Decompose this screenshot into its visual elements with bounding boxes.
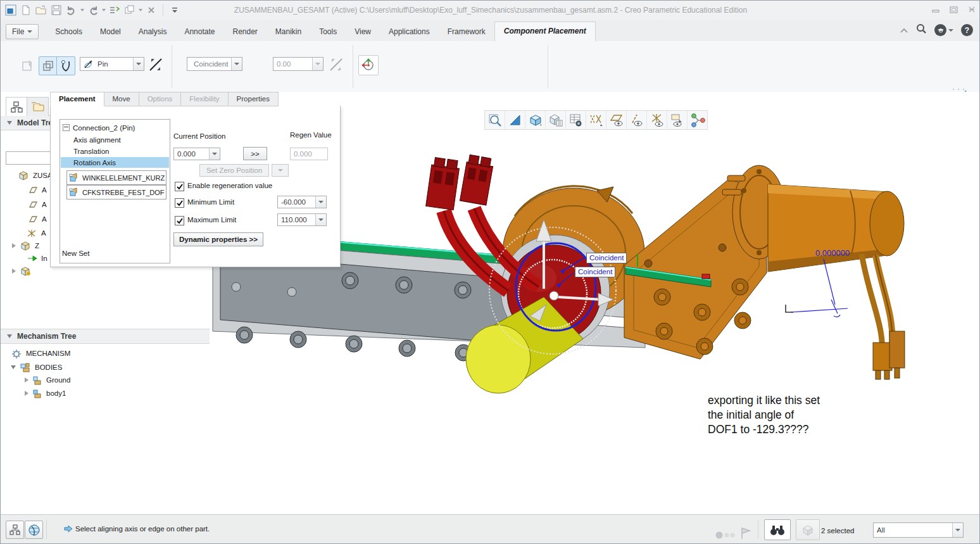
window-switch-caret[interactable] [139, 9, 142, 11]
minimize-button[interactable] [932, 4, 939, 16]
mechanism-tree-item-mechanism[interactable]: MECHANISM [9, 348, 70, 359]
flip-constraint-icon[interactable] [148, 56, 163, 75]
tree-toggle-icon [9, 524, 21, 536]
undo-caret[interactable] [80, 9, 84, 11]
max-limit-checkbox[interactable] [175, 216, 184, 225]
open-button[interactable] [35, 4, 47, 16]
tab-render[interactable]: Render [223, 23, 266, 41]
tab-annotate[interactable]: Annotate [175, 23, 223, 41]
constraint-enabled-button[interactable] [56, 56, 75, 75]
reference-2[interactable]: CFKSTREBE_FEST_DOF [66, 185, 166, 199]
tree-item-csys[interactable]: A [26, 227, 46, 239]
model-tree-tab[interactable] [6, 97, 28, 117]
save-button[interactable] [50, 4, 63, 16]
model-check-status-icon [715, 530, 736, 541]
tab-tools[interactable]: Tools [310, 23, 346, 41]
app-icon[interactable] [4, 4, 17, 16]
collapse-box[interactable] [63, 124, 70, 131]
customize-qat-caret[interactable] [168, 4, 181, 16]
title-bar: ZUSAMMENBAU_GESAMT (Active) C:\Users\mlu… [1, 1, 980, 20]
assembly-icon [20, 241, 31, 251]
folder-browser-tab[interactable] [27, 97, 49, 117]
cable-connector-1 [426, 157, 460, 210]
pin-joint-icon [84, 60, 94, 69]
mechanism-tree-item-ground[interactable]: Ground [25, 374, 70, 386]
tree-item-insert-here[interactable]: In [27, 253, 47, 264]
dynamic-properties-button[interactable]: Dynamic properties >> [173, 232, 263, 246]
current-position-combo[interactable]: 0.000 [173, 148, 220, 160]
joint-type-caret[interactable] [133, 58, 144, 70]
dashtab-placement[interactable]: Placement [50, 92, 104, 106]
find-button[interactable] [764, 519, 791, 540]
restore-button[interactable] [950, 4, 958, 16]
selection-filter-combo[interactable]: All [873, 522, 964, 538]
axis-alignment-item[interactable]: Axis alignment [61, 134, 169, 145]
min-limit-label: Minimum Limit [187, 198, 234, 206]
constraint-type-combo[interactable]: Coincident [187, 57, 242, 71]
regenerate-button[interactable] [108, 4, 121, 16]
tab-file[interactable]: File [6, 24, 39, 39]
new-file-button[interactable] [20, 4, 32, 16]
tab-component-placement[interactable]: Component Placement [494, 22, 596, 41]
coincident-label-2[interactable]: Coincident [575, 267, 615, 277]
joint-type-combo[interactable]: Pin [80, 57, 144, 71]
redo-caret[interactable] [102, 9, 106, 11]
auto-placement-button[interactable] [18, 56, 37, 75]
manual-placement-button[interactable] [39, 56, 58, 75]
max-limit-combo[interactable]: 110.000 [277, 213, 327, 226]
collapse-ribbon-icon[interactable] [900, 25, 908, 36]
rotation-axis-item[interactable]: Rotation Axis [61, 157, 169, 168]
tab-schools[interactable]: Schools [46, 23, 91, 41]
window-switch-button[interactable] [123, 4, 136, 16]
tree-item-plane-2[interactable]: A [28, 199, 47, 210]
tab-framework[interactable]: Framework [439, 23, 494, 41]
close-app-button[interactable] [968, 4, 976, 16]
mechanism-tree-item-bodies[interactable]: BODIES [11, 362, 62, 373]
redo-button[interactable] [87, 4, 99, 16]
tab-applications[interactable]: Applications [380, 23, 439, 41]
insert-arrow-icon [27, 255, 37, 262]
coincident-label-1[interactable]: Coincident [586, 253, 627, 263]
tree-item-plane-1[interactable]: A [28, 184, 47, 196]
transfer-value-button[interactable]: >> [243, 147, 267, 160]
assembly-icon [18, 170, 29, 180]
connection-tree: Connection_2 (Pin) Axis alignment Transl… [60, 119, 170, 263]
dashtab-move[interactable]: Move [104, 92, 139, 106]
ribbon-tab-bar: File Schools Model Analysis Annotate Ren… [1, 20, 980, 42]
select-box-icon [801, 523, 815, 537]
tab-analysis[interactable]: Analysis [130, 23, 176, 41]
close-window-button[interactable] [145, 4, 158, 16]
tree-item-plane-3[interactable]: A [28, 213, 47, 225]
navigator-toggle-button[interactable] [6, 521, 24, 539]
dashtab-properties[interactable]: Properties [229, 92, 279, 106]
translation-item[interactable]: Translation [61, 146, 169, 156]
tree-item-assembly-root[interactable]: ZUSA [18, 170, 53, 181]
tab-view[interactable]: View [346, 23, 380, 41]
search-icon[interactable] [916, 23, 927, 37]
resource-caret[interactable] [948, 29, 953, 32]
resource-center-icon[interactable] [934, 24, 946, 36]
joint-type-value: Pin [97, 60, 108, 68]
mechanism-tree-item-body1[interactable]: body1 [25, 388, 66, 399]
tab-manikin[interactable]: Manikin [267, 23, 310, 41]
dof-dimension-value[interactable]: 0.000000 [815, 248, 850, 258]
tab-model[interactable]: Model [91, 23, 130, 41]
mechanism-tree-header[interactable]: Mechanism Tree [1, 329, 210, 344]
new-set-item[interactable]: New Set [62, 248, 169, 258]
browser-toggle-button[interactable] [25, 521, 43, 539]
regen-value-label: Regen Value [290, 131, 332, 139]
connection-root-item[interactable]: Connection_2 (Pin) [61, 122, 169, 133]
bodies-icon [20, 362, 31, 373]
min-limit-checkbox[interactable] [175, 198, 184, 208]
undo-button[interactable] [65, 4, 78, 16]
tree-item-subassembly[interactable]: Z [12, 240, 39, 251]
globe-icon [28, 524, 41, 536]
cable-connector-2 [460, 155, 494, 205]
help-icon[interactable]: ? [961, 24, 973, 36]
min-limit-combo[interactable]: -60.000 [277, 196, 327, 208]
reference-1[interactable]: WINKELELEMENT_KURZ [66, 170, 166, 185]
placement-status-button[interactable] [358, 55, 379, 75]
enable-regen-checkbox[interactable] [175, 182, 184, 191]
tree-item-component-star[interactable] [12, 265, 35, 277]
constraint-caret[interactable] [231, 58, 242, 70]
